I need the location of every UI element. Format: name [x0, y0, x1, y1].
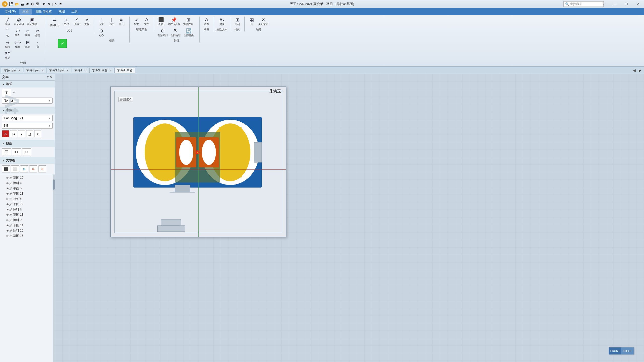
format-section-header[interactable]: ▲ 格式	[0, 81, 55, 87]
close-tab-part1[interactable]: ✕	[84, 69, 86, 72]
tb-btn5[interactable]: ✕	[38, 165, 46, 172]
tool-more9[interactable]: XY 坐标	[3, 50, 12, 60]
menu-item-measure[interactable]: 测量与检查	[32, 9, 55, 15]
close-tab-part31[interactable]: ✕	[66, 69, 68, 72]
tool-at1[interactable]: Aₓ 属性	[217, 17, 226, 27]
tool-feat3[interactable]: ⊞ 矩形阵列	[182, 17, 194, 27]
tool-rectangle[interactable]: ▣ 中心矩形	[26, 17, 38, 27]
panel-close-icon[interactable]: ✕	[50, 75, 53, 79]
tool-line[interactable]: ╱ 直线	[3, 17, 12, 27]
font-color-btn[interactable]: A	[2, 130, 9, 137]
tb-btn3[interactable]: ⊕	[20, 165, 28, 172]
menu-item-view[interactable]: 视图	[55, 9, 68, 15]
quick-save-icon[interactable]: 💾	[9, 2, 13, 6]
tab-next-icon[interactable]: ▶	[637, 68, 643, 72]
tool-block[interactable]: ▦ 块	[247, 17, 256, 27]
tab-part1[interactable]: 零件1 ✕	[72, 68, 89, 73]
tree-item[interactable]: 👁🖊 拉伸 5	[4, 196, 55, 202]
close-tab-part5[interactable]: ✕	[18, 69, 20, 72]
tab-part5[interactable]: 零件5.par ✕	[1, 68, 23, 73]
pointer-icon[interactable]: ↖	[54, 2, 57, 6]
tree-item[interactable]: 👁🖊 除料 8	[4, 207, 55, 212]
tab-prev-icon[interactable]: ◀	[631, 68, 637, 72]
tab-part4sketch[interactable]: 零件4: 草图	[115, 68, 135, 73]
close-tab-part3sketch[interactable]: ✕	[109, 69, 111, 72]
italic-btn[interactable]: I	[18, 130, 25, 137]
tool-more7[interactable]: ⊞ 阵列	[23, 39, 32, 49]
tb-btn1[interactable]: ⬛	[2, 165, 10, 172]
style-dropdown[interactable]: Normal ▼	[2, 98, 53, 104]
indent-btn[interactable]: ⊟	[12, 148, 21, 155]
quick-print-icon[interactable]: 🖨	[21, 2, 24, 6]
tool-dim2[interactable]: ↕ 线性	[62, 17, 71, 28]
tree-item[interactable]: 👁🖊 草图 12	[4, 202, 55, 207]
tool-rel4[interactable]: ⊙ 同心	[97, 28, 106, 38]
panel-help-icon[interactable]: ?	[47, 75, 49, 79]
quick-preview-icon[interactable]: 👁	[26, 2, 29, 6]
tool-ss2[interactable]: A 文字	[142, 17, 151, 27]
tab-part31[interactable]: 零件3.1.par ✕	[47, 68, 71, 73]
quick-window-icon[interactable]: 🗗	[35, 2, 39, 6]
tree-item[interactable]: 👁🖊 草图 13	[4, 212, 55, 217]
tab-part3sketch[interactable]: 零件3: 草图 ✕	[89, 68, 114, 73]
flag-icon[interactable]: ⚑	[59, 2, 62, 6]
font-size-dropdown[interactable]: 3.5 ▼	[2, 123, 53, 129]
undo-icon[interactable]: ↺	[43, 2, 46, 6]
tree-item[interactable]: 👁🖊 草图 14	[4, 223, 55, 228]
maximize-button[interactable]: □	[621, 0, 632, 8]
font-family-dropdown[interactable]: TianGong ISO ▼	[2, 115, 53, 121]
tb-btn2[interactable]: ⬜	[11, 165, 19, 172]
tb-btn4[interactable]: ⊕	[29, 165, 37, 172]
textbox-section-header[interactable]: ▲ 文本框	[0, 157, 55, 164]
panel-scrollbar[interactable]	[53, 174, 55, 362]
tool-feat1[interactable]: ⬛ 孔圆	[157, 17, 166, 27]
tool-more6[interactable]: ⟺ 镜像	[13, 39, 22, 49]
quick-settings-icon[interactable]: ⚙	[31, 2, 34, 6]
paragraph-section-header[interactable]: ▲ 段落	[0, 140, 55, 147]
text-icon-btn[interactable]: T	[2, 89, 11, 96]
tool-more3[interactable]: ⌐ 圆角	[23, 28, 32, 38]
tree-item[interactable]: 👁🖊 平面 5	[4, 186, 55, 191]
tree-item[interactable]: 👁🖊 除料 6	[4, 180, 55, 186]
redo-icon[interactable]: ↻	[47, 2, 50, 6]
tree-item[interactable]: 👁🖊 除料 10	[4, 228, 55, 233]
tool-rel3[interactable]: ≡ 重合	[117, 17, 126, 27]
menu-item-file[interactable]: 文件(F)	[2, 9, 19, 15]
tool-ann1[interactable]: A 注释	[202, 17, 211, 26]
tool-more5[interactable]: ⇢ 偏移	[3, 39, 12, 49]
command-search-input[interactable]	[570, 2, 600, 6]
help-icon[interactable]: ?	[598, 0, 609, 8]
tool-rel1[interactable]: ⊥ 垂直	[97, 17, 106, 27]
quick-open-icon[interactable]: 📂	[15, 2, 19, 6]
tree-item[interactable]: 👁🖊 除料 9	[4, 217, 55, 223]
tool-more2[interactable]: ⬭ 椭圆	[13, 28, 22, 38]
strikethrough-btn[interactable]: x	[34, 130, 41, 137]
menu-item-tools[interactable]: 工具	[68, 9, 81, 15]
border-btn[interactable]: □	[22, 148, 31, 155]
list-btn[interactable]: ☰	[2, 148, 11, 155]
tool-feat2[interactable]: 📌 锚钉柱位置	[167, 17, 181, 27]
tool-arr1[interactable]: ⊞ 排列	[233, 17, 242, 27]
tab-part3[interactable]: 零件3.par ✕	[24, 68, 46, 73]
tool-dim3[interactable]: ∠ 角度	[72, 17, 81, 28]
tool-feat4[interactable]: ⊙ 圆形阵列	[157, 28, 169, 38]
close-button[interactable]: ✕	[632, 0, 644, 8]
menu-item-home[interactable]: 主页	[19, 9, 32, 15]
tool-more1[interactable]: ⌒ 弧	[3, 28, 12, 38]
font-section-header[interactable]: ▲ 字体	[0, 107, 55, 114]
tool-feat5[interactable]: ↻ 全部更新	[170, 28, 182, 38]
tool-circle[interactable]: ◎ 中心和点	[13, 17, 25, 27]
bold-btn[interactable]: B	[10, 130, 17, 137]
underline-btn[interactable]: U	[26, 130, 33, 137]
tool-more8[interactable]: · 点	[33, 39, 42, 49]
tree-item[interactable]: 👁🖊 草图 11	[4, 191, 55, 196]
tool-smart-dim[interactable]: ↔ 智能尺寸	[49, 17, 61, 28]
tree-item[interactable]: 👁🖊 草图 10	[4, 175, 55, 180]
tool-close-sketch[interactable]: ✕ 关闭草图	[257, 17, 269, 27]
tool-more4[interactable]: ✂ 修剪	[33, 28, 42, 38]
tree-item[interactable]: 👁🖊 草图 15	[4, 233, 55, 239]
tool-feat6[interactable]: 🔄 全部转换	[183, 28, 195, 38]
tool-ss1[interactable]: ✔ 智能	[132, 17, 141, 27]
close-tab-part3[interactable]: ✕	[41, 69, 43, 72]
canvas-area[interactable]: 朱洪玉 主视图(V)	[55, 74, 644, 362]
